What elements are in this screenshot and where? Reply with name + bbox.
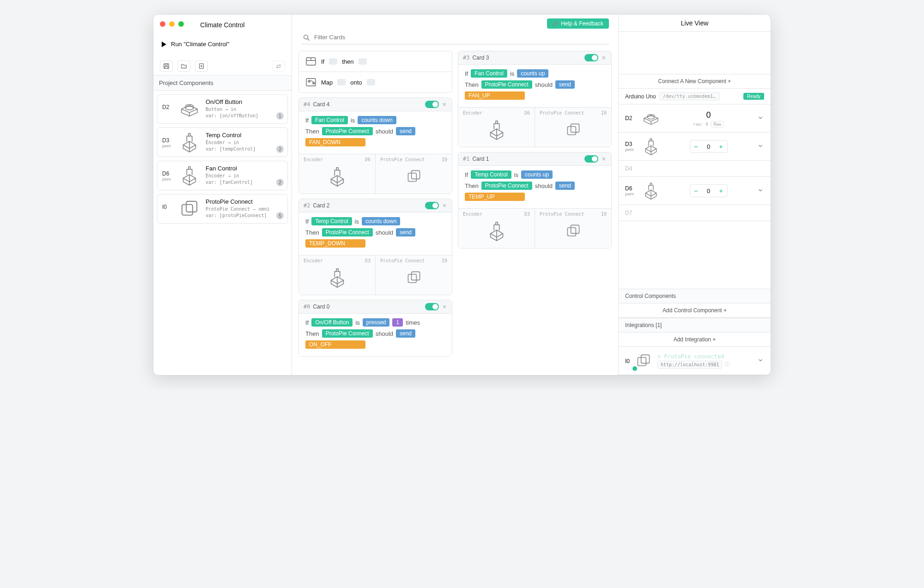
rule-action-tag[interactable]: send xyxy=(396,329,415,338)
kw-is: is xyxy=(351,117,355,124)
increment-button[interactable]: + xyxy=(716,141,726,152)
info-icon[interactable]: ⓘ xyxy=(725,361,730,368)
component-item[interactable]: D3pwm Temp Control Encoder ⇝ invar: [tem… xyxy=(157,127,288,157)
filter-cards-input[interactable] xyxy=(313,33,607,41)
live-raw-value: raw: 0 xyxy=(693,122,708,127)
decrement-button[interactable]: − xyxy=(691,141,701,152)
chevron-down-icon[interactable] xyxy=(757,115,764,122)
live-pin-row[interactable]: D2 0 raw: 0Raw xyxy=(619,104,771,133)
card-number: #3 xyxy=(463,55,469,61)
card-io: EncoderD6 ProtoPie ConnectI0 xyxy=(458,107,611,147)
card-enable-toggle[interactable] xyxy=(425,303,439,310)
rule-condition-tag[interactable]: counts down xyxy=(358,116,396,124)
integration-row[interactable]: I0 > ProtoPie connected http://localhost… xyxy=(619,347,771,375)
rule-target-tag[interactable]: ProtoPie Connect xyxy=(322,329,373,338)
layers-icon xyxy=(380,164,447,189)
zoom-window-icon[interactable] xyxy=(178,21,184,27)
save-button[interactable] xyxy=(160,61,173,72)
template-map-onto[interactable]: Map onto xyxy=(299,72,452,92)
rule-payload-tag[interactable]: FAN_UP xyxy=(465,91,525,100)
increment-button[interactable]: + xyxy=(716,186,726,196)
live-pin-row[interactable]: D3pwm − 0 + xyxy=(619,133,771,161)
rule-condition-tag[interactable]: counts down xyxy=(362,217,400,225)
help-feedback-button[interactable]: Help & Feedback xyxy=(547,18,609,29)
sidebar-toolbar xyxy=(153,61,292,76)
component-item[interactable]: D6pwm Fan Control Encoder ⇝ invar: [fanC… xyxy=(157,161,288,190)
chevron-down-icon[interactable] xyxy=(757,358,764,364)
card-enable-toggle[interactable] xyxy=(425,101,439,108)
placeholder-icon xyxy=(337,79,346,85)
live-pin-row-empty[interactable]: D4 xyxy=(619,161,771,177)
rule-card[interactable]: #4 Card 4 × If Fan Control is counts dow… xyxy=(298,97,452,194)
component-item[interactable]: D2 On/Off Button Button ⇝ invar: [on/off… xyxy=(157,94,288,124)
rule-target-tag[interactable]: ProtoPie Connect xyxy=(322,228,373,236)
card-close-button[interactable]: × xyxy=(442,202,447,209)
component-item[interactable]: I0 ProtoPie Connect ProtoPie Connect — o… xyxy=(157,194,288,224)
add-control-component-button[interactable]: Add Control Component + xyxy=(619,303,771,318)
rule-action-tag[interactable]: send xyxy=(396,127,415,135)
rule-action-tag[interactable]: send xyxy=(555,80,575,89)
rule-condition-tag[interactable]: counts up xyxy=(517,69,548,78)
rule-subject-tag[interactable]: Fan Control xyxy=(471,69,507,78)
template-card[interactable]: If then Map onto xyxy=(298,51,452,93)
rule-action-tag[interactable]: send xyxy=(555,182,575,190)
io-right-pin: I0 xyxy=(601,212,607,217)
template-if-label: If xyxy=(321,58,324,65)
card-close-button[interactable]: × xyxy=(442,303,447,310)
swap-button[interactable] xyxy=(272,61,285,72)
component-pin: D3pwm xyxy=(162,132,173,148)
card-close-button[interactable]: × xyxy=(601,155,607,163)
live-pin-label: D3pwm xyxy=(625,141,637,152)
rule-card[interactable]: #0 Card 0 × If On/Off Button is pressed … xyxy=(298,300,452,357)
rule-target-tag[interactable]: ProtoPie Connect xyxy=(481,80,532,89)
add-integration-button[interactable]: Add Integration + xyxy=(619,333,771,347)
new-button[interactable] xyxy=(195,61,208,72)
encoder-icon xyxy=(304,164,371,189)
io-left-pin: D3 xyxy=(365,258,371,263)
rule-card[interactable]: #3 Card 3 × If Fan Control is counts up … xyxy=(458,51,612,147)
layers-icon xyxy=(380,265,447,290)
card-enable-toggle[interactable] xyxy=(584,155,598,163)
rule-target-tag[interactable]: ProtoPie Connect xyxy=(481,182,532,190)
rule-subject-tag[interactable]: Temp Control xyxy=(471,170,511,179)
minimize-window-icon[interactable] xyxy=(169,21,175,27)
template-if-then[interactable]: If then xyxy=(299,51,452,72)
rule-payload-tag[interactable]: TEMP_UP xyxy=(465,193,525,201)
card-enable-toggle[interactable] xyxy=(425,202,439,209)
window-traffic-lights[interactable] xyxy=(160,21,184,27)
rule-payload-tag[interactable]: FAN_DOWN xyxy=(305,138,365,146)
rule-target-tag[interactable]: ProtoPie Connect xyxy=(322,127,373,135)
rule-subject-tag[interactable]: Fan Control xyxy=(311,116,348,124)
layers-icon xyxy=(179,198,200,219)
open-button[interactable] xyxy=(177,61,190,72)
card-enable-toggle[interactable] xyxy=(584,54,598,61)
chevron-down-icon[interactable] xyxy=(757,188,764,194)
card-close-button[interactable]: × xyxy=(601,54,607,61)
integration-url[interactable]: http://localhost:9981 xyxy=(657,361,722,369)
kw-is: is xyxy=(355,218,359,225)
raw-button[interactable]: Raw xyxy=(711,121,724,127)
rule-card[interactable]: #2 Card 2 × If Temp Control is counts do… xyxy=(298,199,452,295)
rule-card[interactable]: #1 Card 1 × If Temp Control is counts up… xyxy=(458,152,612,249)
live-pin-row-empty[interactable]: D7 xyxy=(619,205,771,221)
rule-payload-tag[interactable]: TEMP_DOWN xyxy=(305,239,365,248)
connect-component-button[interactable]: Connect A New Component + xyxy=(619,74,771,89)
decrement-button[interactable]: − xyxy=(691,186,701,196)
close-window-icon[interactable] xyxy=(160,21,165,27)
live-pin-row[interactable]: D6pwm − 0 + xyxy=(619,177,771,205)
filter-cards-field[interactable] xyxy=(301,30,609,44)
device-path[interactable]: /dev/tty.usbmodem11301 … xyxy=(660,92,720,100)
run-project-button[interactable]: Run "Climate Control" xyxy=(153,37,292,61)
rule-action-tag[interactable]: send xyxy=(396,228,415,236)
card-io: EncoderD3 ProtoPie ConnectI0 xyxy=(458,208,611,248)
rule-condition-tag[interactable]: counts up xyxy=(521,170,553,179)
live-view-blank xyxy=(619,32,771,74)
chevron-down-icon[interactable] xyxy=(757,143,764,150)
rule-subject-tag[interactable]: Temp Control xyxy=(311,217,352,225)
rule-subject-tag[interactable]: On/Off Button xyxy=(311,318,353,327)
live-view-panel: Live View Connect A New Component + Ardu… xyxy=(618,15,771,375)
io-right-label: ProtoPie Connect xyxy=(380,157,425,162)
rule-condition-tag[interactable]: pressed xyxy=(363,318,390,327)
card-close-button[interactable]: × xyxy=(442,101,447,108)
rule-payload-tag[interactable]: ON_OFF xyxy=(305,340,365,349)
